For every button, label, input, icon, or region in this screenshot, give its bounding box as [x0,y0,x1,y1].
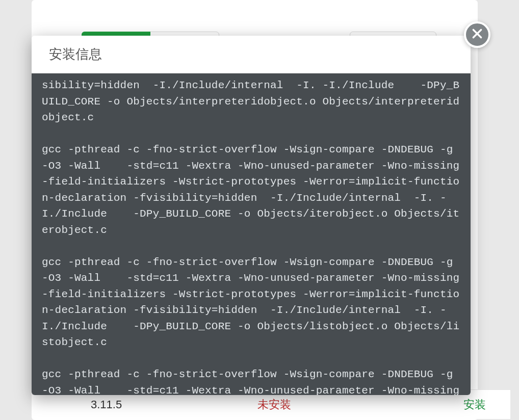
install-info-modal: 安装信息 sibility=hidden -I./Include/interna… [32,36,471,395]
row-version: 3.11.5 [91,398,122,411]
scrollbar-track [463,109,471,395]
close-icon [471,27,484,42]
modal-title: 安装信息 [49,45,102,63]
modal-log-output[interactable]: sibility=hidden -I./Include/internal -I.… [32,73,471,395]
modal-header: 安装信息 [32,36,471,73]
row-install-link[interactable]: 安装 [463,397,486,412]
log-text: sibility=hidden -I./Include/internal -I.… [42,77,460,395]
row-status: 未安装 [257,397,291,412]
close-button[interactable] [464,21,490,48]
